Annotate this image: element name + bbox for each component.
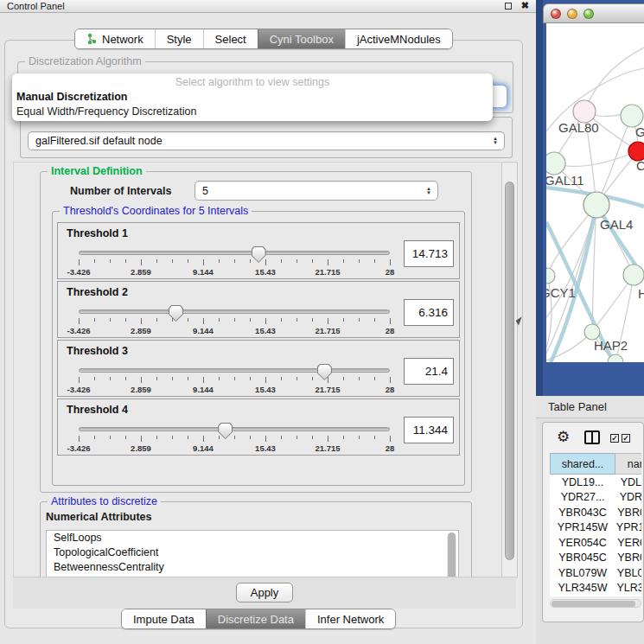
table-row[interactable]: YBR045CYBR045C — [550, 551, 641, 566]
tab-infer-network[interactable]: Infer Network — [305, 609, 395, 628]
table-cell[interactable]: YPR145W — [550, 520, 615, 536]
table-cell[interactable]: YDR27... — [615, 490, 641, 506]
network-node-gal11[interactable] — [546, 152, 565, 175]
table-cell[interactable]: YBR043C — [550, 505, 615, 520]
node-label: GA — [635, 124, 644, 139]
numerical-attributes-label: Numerical Attributes — [46, 511, 151, 523]
attribute-item[interactable]: TopologicalCoefficient — [47, 545, 458, 560]
threshold-slider[interactable] — [79, 368, 390, 373]
attribute-list-scrollbar[interactable] — [447, 532, 456, 578]
threshold-slider[interactable] — [79, 309, 390, 314]
scrollbar-thumb[interactable] — [552, 601, 635, 607]
threshold-label: Threshold 3 — [67, 345, 128, 357]
table-cell[interactable]: YDL19... — [615, 475, 641, 490]
table-cell[interactable]: YPR145W — [615, 520, 641, 536]
control-panel: Control Panel ✖ NetworkStyleSelectCyni T… — [0, 0, 536, 644]
table-cell[interactable]: YBR043C — [615, 505, 641, 520]
table-panel-title: Table Panel — [548, 400, 607, 413]
checkbox-icon[interactable]: ✓ — [610, 434, 619, 443]
column-header-name[interactable]: name — [615, 453, 641, 475]
tab-label: Cyni Toolbox — [270, 33, 334, 46]
table-cell[interactable]: YBL079W — [615, 565, 641, 581]
network-edge — [596, 116, 632, 205]
table-row[interactable]: YER054CYER054C — [550, 535, 641, 551]
scrollbar-thumb[interactable] — [505, 182, 514, 560]
threshold-value-field[interactable]: 11.344 — [404, 417, 454, 443]
interval-definition-group: Interval Definition Number of Intervals … — [40, 171, 472, 493]
table-data-group: Table Data galFiltered.sif default node … — [20, 117, 513, 158]
bottom-tab-bar: Impute DataDiscretize DataInfer Network — [121, 609, 396, 629]
table-cell[interactable]: YLR345W — [550, 581, 615, 596]
tab-label: Infer Network — [317, 613, 384, 626]
table-row[interactable]: YLR345WYLR345W — [550, 581, 641, 596]
tab-jactivemnodules[interactable]: jActiveMNodules — [345, 29, 452, 48]
threshold-value-field[interactable]: 14.713 — [404, 240, 454, 267]
table-cell[interactable]: YDL19... — [550, 475, 615, 490]
gear-icon[interactable]: ⚙ — [557, 428, 570, 446]
threshold-value-field[interactable]: 6.316 — [404, 299, 454, 326]
table-cell[interactable]: YLR345W — [615, 581, 641, 596]
table-row[interactable]: YIL052CYIL052C — [550, 596, 641, 596]
num-intervals-combo[interactable]: 5 ▲▼ — [194, 181, 438, 201]
table-row[interactable]: YDL19...YDL19... — [550, 475, 641, 490]
tab-cyni-toolbox[interactable]: Cyni Toolbox — [258, 29, 345, 48]
control-panel-titlebar[interactable]: Control Panel ✖ — [0, 0, 536, 13]
table-cell[interactable]: YIL052C — [615, 596, 641, 596]
network-canvas[interactable]: GAL80GACGAL11GAL4GCY1HHAP2 — [546, 23, 644, 362]
attribute-list[interactable]: SelfLoopsTopologicalCoefficientBetweenne… — [46, 530, 459, 578]
num-intervals-value: 5 — [202, 185, 208, 197]
network-node-h[interactable] — [623, 265, 644, 285]
table-cell[interactable]: YER054C — [615, 535, 641, 551]
node-table[interactable]: shared... name YDL19...YDL19...YDR27...Y… — [550, 453, 641, 596]
table-panel-body: ⚙ ✓ ✓ shared... name YDL19...YDL19...YDR… — [542, 422, 644, 622]
table-cell[interactable]: YBL079W — [550, 565, 615, 581]
table-row[interactable]: YBL079WYBL079W — [550, 565, 641, 581]
table-row[interactable]: YBR043CYBR043C — [550, 505, 641, 520]
table-data-combo[interactable]: galFiltered.sif default node ▲▼ — [28, 131, 505, 150]
attributes-group-title: Attributes to discretize — [48, 495, 161, 507]
dropdown-option[interactable]: Equal Width/Frequency Discretization — [12, 105, 493, 119]
network-graph: GAL80GACGAL11GAL4GCY1HHAP2 — [546, 23, 644, 362]
table-cell[interactable]: YIL052C — [550, 596, 615, 596]
table-cell[interactable]: YBR045C — [615, 551, 641, 566]
attribute-item[interactable]: BetweennessCentrality — [47, 560, 458, 575]
apply-button[interactable]: Apply — [236, 583, 293, 603]
table-row[interactable]: YDR27...YDR27... — [550, 490, 641, 506]
network-node-gcy1[interactable] — [546, 268, 555, 284]
node-label: H — [638, 286, 644, 301]
minimize-traffic-light-icon[interactable] — [567, 9, 577, 19]
zoom-traffic-light-icon[interactable] — [583, 9, 594, 19]
dropdown-options: Manual DiscretizationEqual Width/Frequen… — [12, 90, 493, 119]
tab-label: Impute Data — [133, 613, 194, 626]
tab-select[interactable]: Select — [203, 29, 258, 48]
tab-impute-data[interactable]: Impute Data — [122, 609, 206, 628]
table-panel-header[interactable]: Table Panel — [536, 396, 644, 418]
settings-scrollbar[interactable] — [501, 162, 518, 578]
slider-tick-labels: -3.4262.8599.14415.4321.71528 — [79, 385, 390, 393]
tab-style[interactable]: Style — [155, 29, 203, 48]
table-cell[interactable]: YDR27... — [550, 490, 615, 506]
network-node-gal4[interactable] — [583, 192, 609, 218]
close-traffic-light-icon[interactable] — [551, 9, 561, 19]
table-hscrollbar[interactable] — [550, 599, 641, 608]
tab-network[interactable]: Network — [75, 29, 155, 48]
tab-label: Discretize Data — [218, 613, 294, 626]
checkbox-icon[interactable]: ✓ — [622, 434, 630, 443]
float-window-icon[interactable] — [505, 3, 512, 10]
threshold-slider[interactable] — [79, 251, 390, 255]
threshold-value-field[interactable]: 21.4 — [404, 358, 454, 385]
network-window-titlebar[interactable] — [543, 3, 644, 23]
table-cell[interactable]: YBR045C — [550, 551, 615, 566]
column-header-shared-name[interactable]: shared... — [550, 453, 615, 475]
network-window-frame: GAL80GACGAL11GAL4GCY1HHAP2 — [536, 0, 644, 396]
columns-icon[interactable] — [584, 430, 600, 444]
table-row[interactable]: YPR145WYPR145W — [550, 520, 641, 536]
threshold-slider[interactable] — [79, 427, 390, 431]
attribute-item[interactable]: SelfLoops — [47, 531, 458, 545]
close-icon[interactable]: ✖ — [521, 0, 529, 11]
tab-discretize-data[interactable]: Discretize Data — [206, 609, 305, 628]
dropdown-option[interactable]: Manual Discretization — [12, 90, 493, 105]
table-cell[interactable]: YER054C — [550, 535, 615, 551]
thresholds-group: Threshold's Coordinates for 5 Intervals … — [52, 211, 465, 486]
threshold-row: Threshold 2-3.4262.8599.14415.4321.71528… — [57, 281, 460, 338]
